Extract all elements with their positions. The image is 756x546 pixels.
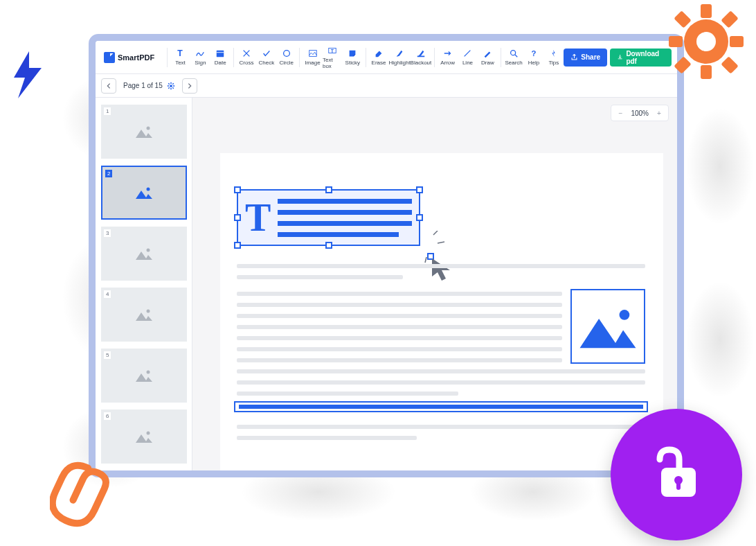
svg-point-11 [147, 127, 150, 130]
thumbnail-sidebar: 1 2 3 4 5 6 [96, 98, 192, 470]
tool-circle[interactable]: Circle [276, 44, 296, 71]
tool-text[interactable]: T Text [170, 44, 190, 71]
next-page-button[interactable] [182, 78, 197, 94]
workspace: 1 2 3 4 5 6 [96, 98, 677, 470]
unlock-badge [611, 409, 742, 540]
share-icon [570, 53, 578, 61]
sticky-icon [348, 49, 357, 58]
cross-icon [242, 49, 251, 58]
svg-text:T: T [331, 48, 334, 53]
calendar-icon [215, 49, 225, 58]
svg-point-16 [147, 432, 150, 435]
subbar: Page 1 of 15 [96, 74, 677, 98]
svg-line-19 [425, 257, 426, 263]
tool-check[interactable]: Check [256, 44, 276, 71]
tool-date[interactable]: Date [210, 44, 231, 71]
svg-rect-27 [721, 10, 738, 28]
thumbnail-6[interactable]: 6 [101, 410, 187, 464]
help-icon: ? [529, 49, 539, 58]
tool-line[interactable]: Line [458, 44, 478, 71]
svg-line-18 [438, 242, 444, 243]
svg-rect-26 [674, 10, 691, 28]
chevron-right-icon [186, 82, 193, 89]
divider [434, 48, 435, 67]
svg-text:T: T [178, 49, 183, 58]
highlighted-line[interactable] [234, 401, 648, 412]
line-icon [462, 49, 472, 58]
document-page[interactable]: T [220, 153, 663, 470]
tool-arrow[interactable]: Arrow [438, 44, 458, 71]
brand: SmartPDF [101, 52, 160, 63]
app-frame: SmartPDF T Text Sign Date Cross Check Ci… [89, 34, 684, 477]
svg-rect-1 [217, 51, 224, 58]
image-icon [308, 49, 318, 58]
svg-point-14 [147, 310, 150, 313]
download-icon [617, 53, 623, 61]
thumbnail-2[interactable]: 2 [101, 166, 187, 220]
thumbnail-4[interactable]: 4 [101, 288, 187, 342]
selected-textbox[interactable]: T [237, 189, 420, 246]
picture-icon [134, 429, 154, 444]
highlight-icon [395, 49, 404, 58]
picture-icon [134, 124, 154, 139]
brand-icon [104, 52, 115, 63]
tool-cross[interactable]: Cross [237, 44, 257, 71]
gear-icon[interactable] [167, 82, 175, 90]
page-indicator: Page 1 of 15 [123, 82, 175, 90]
picture-icon [134, 368, 154, 383]
canvas[interactable]: T [192, 98, 677, 470]
blackout-icon [416, 49, 426, 58]
tool-sign[interactable]: Sign [190, 44, 210, 71]
tool-highlight[interactable]: Highlight [388, 44, 410, 71]
textbox-icon: T [327, 46, 337, 55]
search-icon [509, 49, 519, 58]
thumbnail-5[interactable]: 5 [101, 349, 187, 403]
divider [299, 48, 300, 67]
download-button[interactable]: Download pdf [610, 49, 672, 67]
tool-textbox[interactable]: T Text box [323, 44, 343, 71]
svg-rect-24 [669, 36, 683, 47]
brand-name: SmartPDF [118, 53, 154, 62]
thumbnail-3[interactable]: 3 [101, 227, 187, 281]
erase-icon [374, 49, 384, 58]
svg-rect-22 [701, 4, 712, 18]
prev-page-button[interactable] [101, 78, 116, 94]
svg-rect-2 [217, 52, 224, 53]
arrow-icon [443, 49, 453, 58]
svg-point-20 [620, 310, 630, 320]
svg-rect-28 [674, 56, 691, 73]
svg-point-10 [170, 85, 172, 87]
share-button[interactable]: Share [564, 49, 607, 67]
cursor-icon [429, 256, 457, 283]
svg-rect-23 [701, 65, 712, 79]
tool-blackout[interactable]: Blackout [411, 44, 432, 71]
svg-text:?: ? [532, 49, 537, 58]
util-help[interactable]: ? Help [524, 44, 544, 71]
svg-point-3 [283, 51, 289, 57]
text-icon: T [175, 49, 185, 58]
picture-icon [134, 307, 154, 322]
text-glyph: T [245, 198, 271, 237]
bolt-decoration-icon [8, 50, 47, 100]
divider [233, 48, 234, 67]
svg-point-13 [147, 249, 150, 252]
divider [366, 48, 366, 67]
tool-draw[interactable]: Draw [478, 44, 498, 71]
tool-erase[interactable]: Erase [369, 44, 389, 71]
gear-decoration-icon [665, 0, 748, 83]
svg-rect-7 [417, 56, 425, 58]
tool-sticky[interactable]: Sticky [343, 44, 363, 71]
tips-icon [549, 49, 559, 58]
paperclip-decoration-icon [50, 457, 119, 540]
thumbnail-1[interactable]: 1 [101, 105, 187, 159]
picture-icon [134, 246, 154, 261]
unlock-icon [642, 440, 711, 509]
svg-point-8 [511, 51, 516, 55]
util-tips[interactable]: Tips [543, 44, 564, 71]
util-search[interactable]: Search [504, 44, 524, 71]
svg-point-30 [696, 32, 716, 51]
document-image-placeholder[interactable] [570, 289, 645, 364]
svg-rect-33 [676, 482, 681, 490]
svg-point-15 [147, 371, 150, 374]
tool-image[interactable]: Image [303, 44, 323, 71]
